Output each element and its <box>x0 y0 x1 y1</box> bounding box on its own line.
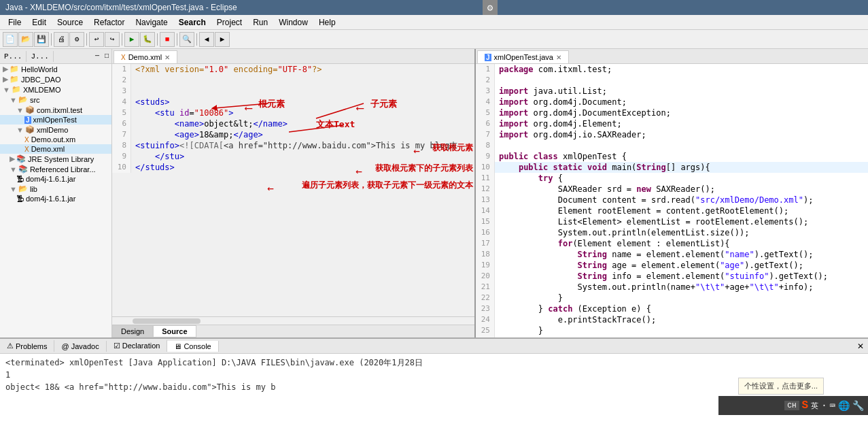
panel-tab-p[interactable]: P... <box>0 51 27 62</box>
java-code-5[interactable]: import org.dom4j.DocumentException; <box>495 108 671 118</box>
line-content-2[interactable] <box>131 75 135 86</box>
gear-settings-icon[interactable]: ⚙ <box>483 0 498 15</box>
java-tab-close[interactable]: ✕ <box>556 54 561 61</box>
java-code-24[interactable]: e.printStackTrace(); <box>495 314 656 325</box>
menu-run[interactable]: Run <box>247 16 273 29</box>
java-code-16[interactable]: System.out.println(elementList.size()); <box>495 227 749 238</box>
toolbar-btn-stop[interactable]: ■ <box>160 32 175 47</box>
toolbar-btn-save[interactable]: 💾 <box>34 32 49 47</box>
java-code-10[interactable]: public static void main(String[] args){ <box>495 162 710 173</box>
menu-help[interactable]: Help <box>313 16 341 29</box>
java-editor-tab[interactable]: J xmlOpenTest.java ✕ <box>477 50 569 63</box>
line-content-1[interactable]: <?xml version="1.0" encoding="UTF-8"?> <box>131 64 322 75</box>
toolbar-btn-run[interactable]: ▶ <box>124 32 139 47</box>
java-code-2[interactable] <box>495 75 499 86</box>
toolbar-btn-print[interactable]: 🖨 <box>54 32 69 47</box>
menu-edit[interactable]: Edit <box>27 16 52 29</box>
tree-item-dom4j2[interactable]: 🗜dom4j-1.6.1.jar <box>0 194 111 203</box>
tab-console[interactable]: 🖥 Console <box>167 341 218 352</box>
ime-dot[interactable]: · <box>821 400 827 411</box>
java-code-8[interactable] <box>495 140 499 151</box>
java-code-17[interactable]: for(Element element : elementList){ <box>495 238 730 249</box>
xml-editor-tab[interactable]: X Demo.xml ✕ <box>114 50 177 63</box>
java-code-9[interactable]: public class xmlOpenTest { <box>495 151 627 162</box>
tree-item-com-itxml[interactable]: ▼📦com.itxml.test <box>0 105 111 115</box>
java-code-11[interactable]: try { <box>495 173 563 184</box>
java-code-15[interactable]: List<Element> elementList = rootElement.… <box>495 216 808 227</box>
menu-source[interactable]: Source <box>52 16 88 29</box>
settings-popup[interactable]: 个性设置，点击更多... <box>738 378 824 395</box>
java-code-7[interactable]: import org.dom4j.io.SAXReader; <box>495 129 646 140</box>
java-code-4[interactable]: import org.dom4j.Document; <box>495 97 627 108</box>
ime-tools[interactable]: 🔧 <box>852 400 864 412</box>
tree-item-src[interactable]: ▼📂src <box>0 95 111 105</box>
design-tab[interactable]: Design <box>112 325 153 337</box>
menu-window[interactable]: Window <box>273 16 313 29</box>
line-content-4[interactable]: <studs> <box>131 97 170 108</box>
ime-setting2[interactable]: 🌐 <box>838 400 850 412</box>
ime-keyboard[interactable]: ⌨ <box>830 400 835 412</box>
java-code-3[interactable]: import java.util.List; <box>495 86 607 97</box>
tab-javadoc[interactable]: @ Javadoc <box>54 341 106 352</box>
toolbar-btn-undo[interactable]: ↩ <box>89 32 104 47</box>
line-content-5[interactable]: <stu id="10086"> <box>131 108 234 118</box>
ime-lang-toggle[interactable]: 英 <box>811 401 818 411</box>
java-code-14[interactable]: Element rootElement = content.getRootEle… <box>495 205 788 216</box>
menu-refactor[interactable]: Refactor <box>88 16 130 29</box>
toolbar-btn-open[interactable]: 📂 <box>18 32 33 47</box>
panel-minimize[interactable]: ─ <box>92 51 102 61</box>
java-code-13[interactable]: Document content = srd.read("src/xmlDemo… <box>495 195 813 205</box>
tree-item-demo-xml[interactable]: XDemo.xml <box>0 144 111 154</box>
panel-maximize[interactable]: □ <box>102 51 111 61</box>
java-code-20[interactable]: String info = element.element("stuinfo")… <box>495 271 828 282</box>
toolbar-btn-redo[interactable]: ↪ <box>105 32 120 47</box>
java-code-1[interactable]: package com.itxml.test; <box>495 64 612 75</box>
ime-sougou-icon[interactable]: S <box>802 399 809 412</box>
line-content-7[interactable]: <age>18&amp;</age> <box>131 129 263 140</box>
toolbar-btn-back[interactable]: ◀ <box>199 32 214 47</box>
toolbar-btn-debug[interactable]: 🐛 <box>140 32 155 47</box>
java-code-23[interactable]: } catch (Exception e) { <box>495 303 651 314</box>
tree-item-jdbc[interactable]: ▶📁JDBC_DAO <box>0 74 111 84</box>
line-content-9[interactable]: </stu> <box>131 151 184 162</box>
tree-item-xmldemo[interactable]: ▼📁XMLDEMO <box>0 84 111 95</box>
tree-item-xmlopentest[interactable]: JxmlOpenTest <box>0 115 111 125</box>
tab-declaration[interactable]: ☑ Declaration <box>107 340 168 352</box>
xml-hscroll[interactable] <box>112 316 474 325</box>
line-content-6[interactable]: <name>object&lt;</name> <box>131 118 288 129</box>
toolbar-btn-new[interactable]: 📄 <box>3 32 18 47</box>
line-content-3[interactable] <box>131 86 135 97</box>
toolbar-btn-search[interactable]: 🔍 <box>179 32 194 47</box>
java-line-6: 6import org.dom4j.Element; <box>476 118 868 129</box>
panel-tab-j[interactable]: J... <box>27 51 53 62</box>
java-code-25[interactable]: } <box>495 325 543 336</box>
line-content-8[interactable]: <stuinfo><![CDATA[<a href="http://www.ba… <box>131 140 457 151</box>
source-tab[interactable]: Source <box>153 325 196 337</box>
java-code-21[interactable]: System.out.println(name+"\t\t"+age+"\t\t… <box>495 282 813 293</box>
java-code-12[interactable]: SAXReader srd = new SAXReader(); <box>495 184 715 195</box>
tree-item-reflibrary[interactable]: ▼📚Referenced Librar... <box>0 164 111 174</box>
ime-ch[interactable]: CH <box>784 401 799 410</box>
menu-file[interactable]: File <box>3 16 27 29</box>
line-content-10[interactable]: </studs> <box>131 162 175 173</box>
line-num-1: 1 <box>112 64 131 75</box>
tree-item-demo-out[interactable]: XDemo.out.xm <box>0 135 111 144</box>
tree-item-helloworld[interactable]: ▶📁HelloWorld <box>0 64 111 74</box>
tree-item-lib[interactable]: ▼📂lib <box>0 184 111 194</box>
tree-item-xmldemo2[interactable]: ▼📦xmlDemo <box>0 125 111 135</box>
java-code-6[interactable]: import org.dom4j.Element; <box>495 118 622 129</box>
menu-project[interactable]: Project <box>211 16 247 29</box>
tab-problems[interactable]: ⚠ Problems <box>0 340 54 352</box>
menu-search[interactable]: Search <box>173 16 211 29</box>
tree-item-dom4j1[interactable]: 🗜dom4j-1.6.1.jar <box>0 174 111 184</box>
toolbar-btn-props[interactable]: ⚙ <box>69 32 84 47</box>
java-code-26[interactable] <box>495 336 499 337</box>
toolbar-btn-fwd[interactable]: ▶ <box>215 32 230 47</box>
java-code-22[interactable]: } <box>495 293 563 303</box>
xml-tab-close[interactable]: ✕ <box>164 54 170 61</box>
tree-item-jre[interactable]: ▶📚JRE System Library <box>0 154 111 164</box>
java-code-19[interactable]: String age = element.element("age").getT… <box>495 260 803 271</box>
console-close-btn[interactable]: ✕ <box>853 340 868 352</box>
java-code-18[interactable]: String name = element.element("name").ge… <box>495 249 813 260</box>
menu-navigate[interactable]: Navigate <box>130 16 173 29</box>
